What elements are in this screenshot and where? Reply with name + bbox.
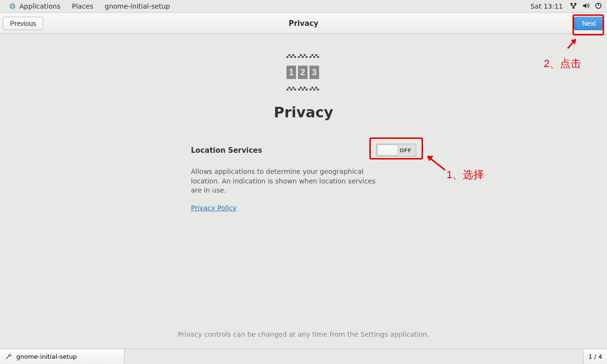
svg-point-1 <box>11 5 14 7</box>
svg-rect-2 <box>571 3 573 5</box>
svg-rect-24 <box>290 89 292 91</box>
svg-rect-33 <box>315 87 317 89</box>
svg-text:3: 3 <box>311 68 316 77</box>
location-services-toggle[interactable]: OFF <box>376 144 416 157</box>
svg-rect-19 <box>309 56 311 58</box>
svg-rect-14 <box>298 56 300 58</box>
top-panel: Applications Places gnome-initial-setup … <box>0 0 607 13</box>
svg-rect-16 <box>306 56 308 58</box>
svg-rect-32 <box>311 87 313 89</box>
content-area: 1 2 3 Privacy Location Services OFF Allo… <box>0 34 607 349</box>
header-bar: Previous Privacy Next <box>0 13 607 34</box>
svg-rect-4 <box>573 7 574 9</box>
svg-rect-31 <box>306 89 308 91</box>
svg-rect-20 <box>313 56 315 58</box>
header-title: Privacy <box>0 19 607 28</box>
svg-rect-29 <box>298 89 300 91</box>
privacy-footnote: Privacy controls can be changed at any t… <box>0 330 607 338</box>
svg-rect-12 <box>300 54 302 56</box>
location-services-description: Allows applications to determine your ge… <box>191 167 388 195</box>
svg-rect-13 <box>304 54 306 56</box>
next-button[interactable]: Next <box>574 17 604 30</box>
bottom-taskbar: gnome-initial-setup 1 / 4 <box>0 349 607 364</box>
svg-rect-36 <box>317 89 319 91</box>
network-icon[interactable] <box>570 2 577 11</box>
places-menu[interactable]: Places <box>66 0 99 13</box>
svg-rect-26 <box>286 89 288 91</box>
svg-rect-28 <box>304 87 306 89</box>
previous-button[interactable]: Previous <box>3 17 43 30</box>
page-heading: Privacy <box>191 104 416 121</box>
location-services-label: Location Services <box>191 146 263 155</box>
svg-rect-18 <box>315 54 317 56</box>
svg-rect-35 <box>313 89 315 91</box>
location-services-row: Location Services OFF <box>191 144 416 157</box>
svg-rect-17 <box>311 54 313 56</box>
svg-text:1: 1 <box>288 68 293 77</box>
toggle-state-text: OFF <box>400 144 411 157</box>
svg-rect-23 <box>292 87 294 89</box>
workspace-indicator[interactable]: 1 / 4 <box>583 349 607 364</box>
svg-rect-11 <box>286 56 288 58</box>
svg-rect-15 <box>302 56 304 58</box>
svg-rect-7 <box>288 54 290 56</box>
svg-text:2: 2 <box>300 68 305 77</box>
system-tray <box>570 2 604 11</box>
power-icon[interactable] <box>595 2 602 11</box>
svg-rect-3 <box>574 3 576 5</box>
svg-rect-9 <box>290 56 292 58</box>
svg-rect-25 <box>294 89 296 91</box>
privacy-logo-icon: 1 2 3 <box>285 53 323 91</box>
svg-rect-22 <box>288 87 290 89</box>
taskbar-window-button[interactable]: gnome-initial-setup <box>0 349 125 364</box>
svg-rect-10 <box>294 56 296 58</box>
privacy-policy-link[interactable]: Privacy Policy <box>191 204 237 212</box>
svg-rect-34 <box>309 89 311 91</box>
svg-rect-8 <box>292 54 294 56</box>
distro-logo-icon <box>9 1 16 9</box>
wrench-icon <box>5 352 12 361</box>
svg-rect-21 <box>317 56 319 58</box>
svg-rect-30 <box>302 89 304 91</box>
toggle-knob <box>377 145 398 156</box>
panel-clock[interactable]: Sat 13:11 <box>524 2 570 10</box>
volume-icon[interactable] <box>582 2 590 11</box>
applications-menu-label: Applications <box>19 2 60 10</box>
active-app-menu[interactable]: gnome-initial-setup <box>99 0 176 13</box>
svg-rect-27 <box>300 87 302 89</box>
applications-menu[interactable]: Applications <box>3 0 66 13</box>
taskbar-window-label: gnome-initial-setup <box>16 353 77 360</box>
